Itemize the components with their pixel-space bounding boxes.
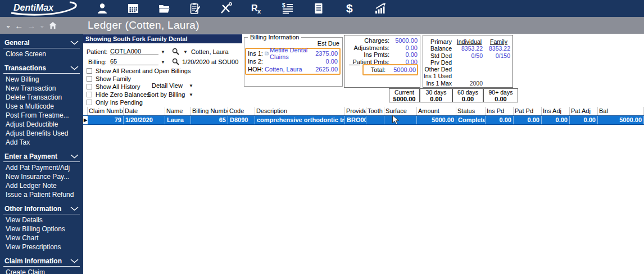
checkbox-hide-zero-balances[interactable] xyxy=(87,92,92,97)
ins1-row[interactable]: Ins 1: Metlife Dental Claims 2375.00 xyxy=(248,50,338,57)
sidebar-item-new-transaction[interactable]: New Transaction xyxy=(0,84,83,93)
billing-combo-arrow-icon[interactable]: ▼ xyxy=(161,60,165,65)
cell-pat-pd[interactable]: 0.00 xyxy=(514,116,542,124)
sidebar-header-other-information[interactable]: Other Information xyxy=(3,204,80,214)
ledger-row-selected[interactable]: ▶ 79 1/20/2020 Laura 65 D8090 comprehens… xyxy=(83,115,644,125)
hoh-row[interactable]: HOH: Cotten, Laura 2625.00 xyxy=(248,65,338,73)
column-header-tooth[interactable]: Tooth xyxy=(366,107,384,115)
calendar-icon[interactable] xyxy=(126,2,140,15)
sidebar-header-general[interactable]: General xyxy=(3,38,80,48)
person-icon[interactable] xyxy=(96,2,109,15)
detail-view-dropdown[interactable]: Detail View xyxy=(152,82,183,89)
column-header-provider[interactable]: Provider xyxy=(345,107,366,115)
column-header-billing-number[interactable]: Billing Number xyxy=(191,107,228,115)
dollar-list-icon[interactable]: $ xyxy=(281,2,294,15)
column-header-description[interactable]: Description xyxy=(255,107,345,115)
checkbox-show-all-recent[interactable] xyxy=(87,68,92,74)
dollar-icon[interactable]: $ xyxy=(343,2,356,15)
forward-menu-chevron-icon[interactable]: ⌄ xyxy=(39,23,44,29)
patient-search-icon[interactable] xyxy=(172,48,179,55)
growth-chart-icon[interactable] xyxy=(374,2,387,15)
rx-icon[interactable]: Rx xyxy=(250,2,264,15)
column-header-ins-pd[interactable]: Ins Pd xyxy=(486,107,514,115)
sidebar-item-adjust-deductible[interactable]: Adjust Deductible xyxy=(0,120,83,129)
checkbox-only-ins-pending[interactable] xyxy=(87,100,92,105)
cell-ins-adj[interactable]: 0.00 xyxy=(542,116,570,124)
aging-current-value: 5000.00 xyxy=(389,96,419,102)
checkbox-show-family[interactable] xyxy=(87,76,92,82)
folder-icon[interactable] xyxy=(157,2,171,15)
sidebar-header-claim-information[interactable]: Claim Information xyxy=(3,257,80,267)
sidebar: General Close Screen Transactions New Bi… xyxy=(0,34,83,274)
sidebar-item-add-ledger-note[interactable]: Add Ledger Note xyxy=(0,181,83,190)
patient-name-text: Cotten, Laura xyxy=(191,48,229,55)
cell-surface[interactable] xyxy=(384,116,417,124)
sidebar-item-use-a-multicode[interactable]: Use a Multicode xyxy=(0,102,83,111)
column-header-date[interactable]: Date xyxy=(124,107,165,115)
ins1-carrier-text[interactable]: Metlife Dental Claims xyxy=(270,47,311,60)
cell-description[interactable]: comprehensive orthodontic tre xyxy=(255,116,345,124)
ins1-name: Metlife Dental Claims xyxy=(265,47,311,60)
sidebar-item-post-from-treatment[interactable]: Post From Treatme... xyxy=(0,111,83,120)
forward-arrow-icon[interactable]: → xyxy=(27,21,35,30)
patient-combo-arrow-icon[interactable]: ▼ xyxy=(161,50,165,55)
detail-view-arrow-icon[interactable]: ▼ xyxy=(189,83,193,88)
cell-name[interactable]: Laura xyxy=(165,116,191,124)
sidebar-item-new-insurance-pay[interactable]: New Insurance Pay... xyxy=(0,172,83,181)
sidebar-item-delete-transaction[interactable]: Delete Transaction xyxy=(0,93,83,102)
column-header-ins-adj[interactable]: Ins Adj xyxy=(542,107,570,115)
sidebar-item-add-tax[interactable]: Add Tax xyxy=(0,138,83,147)
sidebar-item-issue-a-patient-refund[interactable]: Issue a Patient Refund xyxy=(0,190,83,199)
billing-search-icon[interactable] xyxy=(172,58,179,65)
sidebar-header-enter-a-payment[interactable]: Enter a Payment xyxy=(3,152,80,162)
svg-text:DentiMax: DentiMax xyxy=(13,3,54,12)
sidebar-item-adjust-benefits-used[interactable]: Adjust Benefits Used xyxy=(0,129,83,138)
cell-claim-number[interactable]: 79 xyxy=(88,116,124,124)
sort-by-dropdown[interactable]: Sort by Billing xyxy=(147,91,185,98)
cell-date[interactable]: 1/20/2020 xyxy=(124,116,165,124)
patient-filter-arrow-icon[interactable]: ▼ xyxy=(183,50,188,55)
checkbox-show-all-history[interactable] xyxy=(87,84,92,89)
sidebar-item-view-billing-options[interactable]: View Billing Options xyxy=(0,224,83,233)
cell-ins-pd[interactable]: 0.00 xyxy=(486,116,514,124)
column-header-name[interactable]: Name xyxy=(165,107,191,115)
cell-billing-number[interactable]: 65 xyxy=(191,116,228,124)
ledger-main: Showing South Fork Family Dental Patient… xyxy=(83,34,644,274)
sidebar-item-create-claim[interactable]: Create Claim xyxy=(0,268,83,274)
column-header-surface[interactable]: Surface xyxy=(384,107,417,115)
column-header-claim-number[interactable]: Claim Number xyxy=(88,107,124,115)
cell-provider[interactable]: BRO00 xyxy=(345,116,366,124)
column-header-pat-pd[interactable]: Pat Pd xyxy=(514,107,542,115)
sidebar-section-enter-a-payment: Enter a Payment Add Pat Payment/Adj New … xyxy=(0,152,83,199)
back-arrow-icon[interactable]: ← xyxy=(15,21,23,30)
other-ded-label: Other Ded xyxy=(423,66,453,73)
sidebar-item-view-prescriptions[interactable]: View Prescriptions xyxy=(0,242,83,251)
column-header-pat-adj[interactable]: Pat Adj xyxy=(570,107,598,115)
sidebar-item-close-screen[interactable]: Close Screen xyxy=(0,50,83,59)
column-header-status[interactable]: Status xyxy=(456,107,486,115)
cell-code[interactable]: D8090 xyxy=(228,116,255,124)
sidebar-header-transactions[interactable]: Transactions xyxy=(3,64,80,74)
column-header-amount[interactable]: Amount xyxy=(417,107,456,115)
sort-by-arrow-icon[interactable]: ▼ xyxy=(189,92,193,97)
sidebar-item-view-chart[interactable]: View Chart xyxy=(0,233,83,242)
sidebar-item-view-details[interactable]: View Details xyxy=(0,215,83,224)
clipboard-edit-icon[interactable] xyxy=(188,2,202,15)
chevron-down-icon xyxy=(70,154,79,159)
back-menu-chevron-icon[interactable]: ⌄ xyxy=(6,23,11,29)
cell-amount[interactable]: 5000.00 xyxy=(417,116,456,124)
document-icon[interactable] xyxy=(312,2,325,15)
cell-bal[interactable]: 5000.00 xyxy=(598,116,644,124)
patient-combo[interactable]: COTLA000 xyxy=(110,48,158,55)
cell-tooth[interactable] xyxy=(366,116,384,124)
billing-combo[interactable]: 65 xyxy=(110,58,158,65)
column-header-bal[interactable]: Bal xyxy=(598,107,644,115)
cell-pat-adj[interactable]: 0.00 xyxy=(570,116,598,124)
ins-pmts-value: 0.00 xyxy=(389,51,418,59)
column-header-code[interactable]: Code xyxy=(228,107,255,115)
home-icon[interactable] xyxy=(48,21,57,30)
dental-tool-icon[interactable] xyxy=(219,2,233,15)
sidebar-item-add-pat-payment-adj[interactable]: Add Pat Payment/Adj xyxy=(0,163,83,172)
sidebar-item-new-billing[interactable]: New Billing xyxy=(0,75,83,84)
cell-status[interactable]: Completed xyxy=(456,116,486,124)
